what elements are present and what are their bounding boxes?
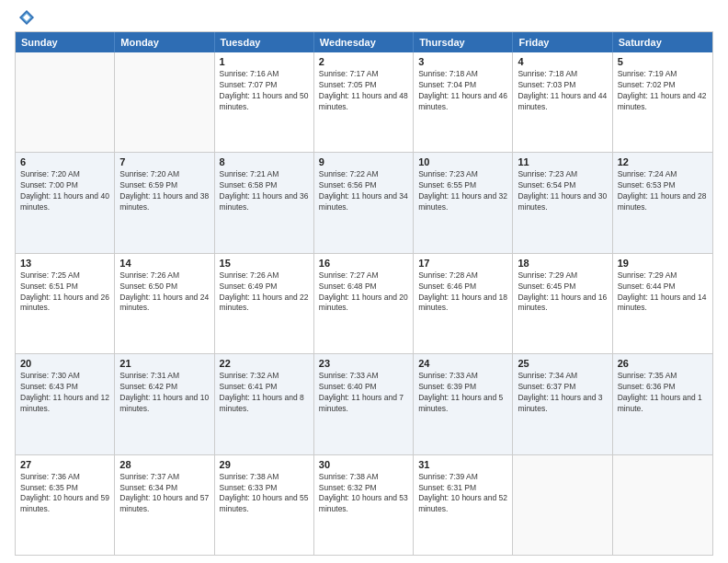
weekday-header-thursday: Thursday <box>414 32 513 52</box>
calendar-cell-r0c6: 5Sunrise: 7:19 AM Sunset: 7:02 PM Daylig… <box>613 52 712 152</box>
cell-info: Sunrise: 7:19 AM Sunset: 7:02 PM Dayligh… <box>618 69 708 113</box>
cell-info: Sunrise: 7:20 AM Sunset: 6:59 PM Dayligh… <box>119 169 209 213</box>
day-number: 8 <box>220 156 309 167</box>
cell-info: Sunrise: 7:37 AM Sunset: 6:34 PM Dayligh… <box>119 472 209 516</box>
header <box>15 9 713 26</box>
cell-info: Sunrise: 7:32 AM Sunset: 6:41 PM Dayligh… <box>220 371 309 415</box>
cell-info: Sunrise: 7:25 AM Sunset: 6:51 PM Dayligh… <box>20 270 109 315</box>
calendar-row-2: 13Sunrise: 7:25 AM Sunset: 6:51 PM Dayli… <box>16 253 712 353</box>
cell-info: Sunrise: 7:23 AM Sunset: 6:54 PM Dayligh… <box>518 169 607 213</box>
calendar-cell-r2c5: 18Sunrise: 7:29 AM Sunset: 6:45 PM Dayli… <box>513 254 612 353</box>
day-number: 25 <box>518 358 607 369</box>
calendar-cell-r3c4: 24Sunrise: 7:33 AM Sunset: 6:39 PM Dayli… <box>414 354 513 454</box>
cell-info: Sunrise: 7:24 AM Sunset: 6:53 PM Dayligh… <box>618 169 708 213</box>
weekday-header-friday: Friday <box>513 32 612 52</box>
cell-info: Sunrise: 7:34 AM Sunset: 6:37 PM Dayligh… <box>518 371 607 415</box>
cell-info: Sunrise: 7:16 AM Sunset: 7:07 PM Dayligh… <box>220 69 309 113</box>
calendar-cell-r2c2: 15Sunrise: 7:26 AM Sunset: 6:49 PM Dayli… <box>215 254 314 353</box>
logo <box>15 9 37 26</box>
cell-info: Sunrise: 7:35 AM Sunset: 6:36 PM Dayligh… <box>618 371 708 415</box>
calendar-cell-r1c4: 10Sunrise: 7:23 AM Sunset: 6:55 PM Dayli… <box>414 153 513 252</box>
day-number: 4 <box>518 56 607 67</box>
cell-info: Sunrise: 7:33 AM Sunset: 6:40 PM Dayligh… <box>319 371 408 415</box>
day-number: 21 <box>119 358 209 369</box>
day-number: 3 <box>418 56 507 67</box>
logo-area <box>15 9 37 26</box>
day-number: 31 <box>418 459 507 470</box>
day-number: 5 <box>618 56 708 67</box>
day-number: 26 <box>618 358 708 369</box>
calendar-header: SundayMondayTuesdayWednesdayThursdayFrid… <box>16 32 712 52</box>
cell-info: Sunrise: 7:21 AM Sunset: 6:58 PM Dayligh… <box>220 169 309 213</box>
calendar-cell-r0c4: 3Sunrise: 7:18 AM Sunset: 7:04 PM Daylig… <box>414 52 513 152</box>
cell-info: Sunrise: 7:26 AM Sunset: 6:49 PM Dayligh… <box>220 270 309 315</box>
calendar-cell-r1c5: 11Sunrise: 7:23 AM Sunset: 6:54 PM Dayli… <box>513 153 612 252</box>
calendar-row-3: 20Sunrise: 7:30 AM Sunset: 6:43 PM Dayli… <box>16 353 712 454</box>
day-number: 24 <box>418 358 507 369</box>
day-number: 11 <box>518 156 607 167</box>
day-number: 20 <box>20 358 109 369</box>
cell-info: Sunrise: 7:27 AM Sunset: 6:48 PM Dayligh… <box>319 270 408 315</box>
cell-info: Sunrise: 7:38 AM Sunset: 6:32 PM Dayligh… <box>319 472 408 516</box>
weekday-header-sunday: Sunday <box>16 32 115 52</box>
calendar-cell-r0c1 <box>115 52 214 152</box>
calendar-cell-r2c4: 17Sunrise: 7:28 AM Sunset: 6:46 PM Dayli… <box>414 254 513 353</box>
day-number: 23 <box>319 358 408 369</box>
calendar-cell-r0c0 <box>16 52 115 152</box>
calendar-cell-r2c3: 16Sunrise: 7:27 AM Sunset: 6:48 PM Dayli… <box>314 254 414 353</box>
calendar-cell-r0c2: 1Sunrise: 7:16 AM Sunset: 7:07 PM Daylig… <box>215 52 314 152</box>
calendar-cell-r2c6: 19Sunrise: 7:29 AM Sunset: 6:44 PM Dayli… <box>613 254 712 353</box>
calendar-cell-r1c6: 12Sunrise: 7:24 AM Sunset: 6:53 PM Dayli… <box>613 153 712 252</box>
day-number: 10 <box>418 156 507 167</box>
calendar-cell-r3c5: 25Sunrise: 7:34 AM Sunset: 6:37 PM Dayli… <box>513 354 612 454</box>
day-number: 1 <box>220 56 309 67</box>
day-number: 14 <box>119 258 209 269</box>
calendar-cell-r4c3: 30Sunrise: 7:38 AM Sunset: 6:32 PM Dayli… <box>314 455 414 555</box>
day-number: 15 <box>220 258 309 269</box>
calendar-cell-r1c3: 9Sunrise: 7:22 AM Sunset: 6:56 PM Daylig… <box>314 153 414 252</box>
calendar-row-0: 1Sunrise: 7:16 AM Sunset: 7:07 PM Daylig… <box>16 52 712 152</box>
calendar-body: 1Sunrise: 7:16 AM Sunset: 7:07 PM Daylig… <box>16 52 712 555</box>
day-number: 30 <box>319 459 408 470</box>
cell-info: Sunrise: 7:23 AM Sunset: 6:55 PM Dayligh… <box>418 169 507 213</box>
cell-info: Sunrise: 7:29 AM Sunset: 6:45 PM Dayligh… <box>518 270 607 315</box>
calendar-row-4: 27Sunrise: 7:36 AM Sunset: 6:35 PM Dayli… <box>16 454 712 555</box>
weekday-header-saturday: Saturday <box>613 32 712 52</box>
calendar-cell-r4c4: 31Sunrise: 7:39 AM Sunset: 6:31 PM Dayli… <box>414 455 513 555</box>
calendar-cell-r1c1: 7Sunrise: 7:20 AM Sunset: 6:59 PM Daylig… <box>115 153 214 252</box>
calendar-cell-r3c0: 20Sunrise: 7:30 AM Sunset: 6:43 PM Dayli… <box>16 354 115 454</box>
cell-info: Sunrise: 7:26 AM Sunset: 6:50 PM Dayligh… <box>119 270 209 315</box>
cell-info: Sunrise: 7:29 AM Sunset: 6:44 PM Dayligh… <box>618 270 708 315</box>
cell-info: Sunrise: 7:20 AM Sunset: 7:00 PM Dayligh… <box>20 169 109 213</box>
cell-info: Sunrise: 7:22 AM Sunset: 6:56 PM Dayligh… <box>319 169 408 213</box>
calendar-cell-r3c2: 22Sunrise: 7:32 AM Sunset: 6:41 PM Dayli… <box>215 354 314 454</box>
day-number: 17 <box>418 258 507 269</box>
cell-info: Sunrise: 7:31 AM Sunset: 6:42 PM Dayligh… <box>119 371 209 415</box>
day-number: 13 <box>20 258 109 269</box>
calendar-cell-r3c3: 23Sunrise: 7:33 AM Sunset: 6:40 PM Dayli… <box>314 354 414 454</box>
calendar: SundayMondayTuesdayWednesdayThursdayFrid… <box>15 31 713 556</box>
cell-info: Sunrise: 7:18 AM Sunset: 7:04 PM Dayligh… <box>418 69 507 113</box>
day-number: 28 <box>119 459 209 470</box>
cell-info: Sunrise: 7:18 AM Sunset: 7:03 PM Dayligh… <box>518 69 607 113</box>
day-number: 7 <box>119 156 209 167</box>
calendar-cell-r0c3: 2Sunrise: 7:17 AM Sunset: 7:05 PM Daylig… <box>314 52 414 152</box>
calendar-cell-r4c2: 29Sunrise: 7:38 AM Sunset: 6:33 PM Dayli… <box>215 455 314 555</box>
calendar-cell-r2c0: 13Sunrise: 7:25 AM Sunset: 6:51 PM Dayli… <box>16 254 115 353</box>
cell-info: Sunrise: 7:33 AM Sunset: 6:39 PM Dayligh… <box>418 371 507 415</box>
day-number: 6 <box>20 156 109 167</box>
calendar-cell-r4c1: 28Sunrise: 7:37 AM Sunset: 6:34 PM Dayli… <box>115 455 214 555</box>
day-number: 16 <box>319 258 408 269</box>
day-number: 27 <box>20 459 109 470</box>
day-number: 18 <box>518 258 607 269</box>
day-number: 29 <box>220 459 309 470</box>
calendar-row-1: 6Sunrise: 7:20 AM Sunset: 7:00 PM Daylig… <box>16 152 712 252</box>
calendar-cell-r4c6 <box>613 455 712 555</box>
calendar-cell-r2c1: 14Sunrise: 7:26 AM Sunset: 6:50 PM Dayli… <box>115 254 214 353</box>
calendar-cell-r3c6: 26Sunrise: 7:35 AM Sunset: 6:36 PM Dayli… <box>613 354 712 454</box>
cell-info: Sunrise: 7:39 AM Sunset: 6:31 PM Dayligh… <box>418 472 507 516</box>
day-number: 2 <box>319 56 408 67</box>
cell-info: Sunrise: 7:38 AM Sunset: 6:33 PM Dayligh… <box>220 472 309 516</box>
day-number: 22 <box>220 358 309 369</box>
page: SundayMondayTuesdayWednesdayThursdayFrid… <box>0 0 728 563</box>
